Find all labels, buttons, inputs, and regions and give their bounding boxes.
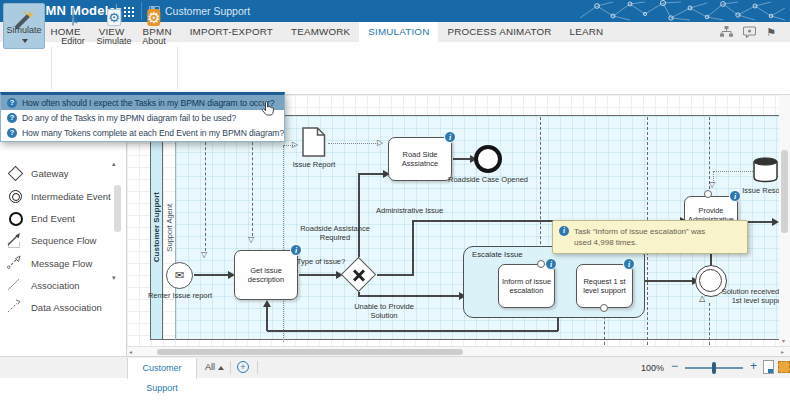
task-inform-of-issue-escalation[interactable]: Inform of issue escalation bbox=[498, 264, 555, 308]
open-arrow-down: ▽ bbox=[709, 181, 715, 189]
data-object-issue-report[interactable] bbox=[302, 127, 326, 157]
simulation-tooltip: i Task “Inform of issue escalation” was … bbox=[552, 220, 748, 254]
data-store-issue-resolution[interactable] bbox=[752, 156, 779, 183]
vertical-scrollbar-thumb[interactable] bbox=[781, 150, 788, 233]
question-icon: ? bbox=[7, 98, 17, 108]
envelope-icon: ✉ bbox=[175, 270, 184, 281]
menu-teamwork[interactable]: TEAMWORK bbox=[282, 22, 359, 42]
sequence-flow-line bbox=[377, 274, 413, 276]
chevron-up-icon bbox=[218, 366, 224, 370]
dropdown-item-fail-to-be-used[interactable]: ? Do any of the Tasks in my BPMN diagram… bbox=[1, 110, 284, 125]
palette-item-end-event[interactable]: End Event bbox=[0, 207, 110, 229]
tab-customer-support[interactable]: Customer Support bbox=[127, 358, 197, 379]
scroll-left-arrow[interactable]: ◂ bbox=[129, 349, 132, 355]
about-button[interactable]: ⚙ About bbox=[136, 3, 172, 49]
zoom-out-button[interactable]: − bbox=[671, 359, 678, 373]
sequence-flow-icon bbox=[7, 232, 24, 248]
fit-page-icon[interactable] bbox=[763, 360, 774, 374]
editor-button[interactable]: ✎ Editor bbox=[55, 3, 91, 49]
info-badge[interactable]: i bbox=[623, 258, 635, 270]
menu-simulation[interactable]: SIMULATION bbox=[359, 22, 438, 42]
dropdown-item-tokens-complete[interactable]: ? How many Tokens complete at each End E… bbox=[1, 126, 284, 141]
gateway-label: Type of issue? bbox=[296, 257, 346, 266]
open-arrow-right: ▷ bbox=[292, 141, 298, 149]
sequence-flow-line bbox=[453, 158, 470, 160]
association-icon bbox=[7, 277, 24, 293]
dropdown-item-how-often[interactable]: ? How often should I expect the Tasks in… bbox=[1, 95, 284, 110]
menu-process-animator[interactable]: PROCESS ANIMATOR bbox=[438, 22, 560, 42]
about-label: About bbox=[136, 36, 172, 46]
palette-scrollbar-thumb[interactable] bbox=[114, 185, 121, 232]
editor-label: Editor bbox=[55, 36, 91, 46]
fit-selection-icon[interactable] bbox=[778, 361, 790, 373]
network-decoration bbox=[575, 0, 790, 22]
arrowhead bbox=[772, 218, 779, 226]
sequence-flow-line bbox=[194, 274, 228, 276]
start-event-renter-issue[interactable]: ✉ bbox=[166, 262, 193, 289]
ribbon bbox=[0, 42, 790, 95]
task-get-issue-description[interactable]: Get issue description bbox=[234, 250, 298, 300]
palette-item-gateway[interactable]: Gateway bbox=[0, 162, 110, 184]
end-event-roadside-case[interactable] bbox=[474, 145, 502, 173]
open-arrow-right: ▷ bbox=[377, 139, 383, 147]
menu-import-export[interactable]: IMPORT-EXPORT bbox=[181, 22, 282, 42]
horizontal-scrollbar-thumb[interactable] bbox=[157, 349, 463, 355]
editor-icon: ✎ bbox=[72, 8, 74, 26]
association-line bbox=[283, 146, 284, 342]
task-road-side-assistance[interactable]: Road Side Asssiatnce bbox=[388, 137, 452, 181]
feedback-icon[interactable] bbox=[743, 26, 756, 38]
lane-label: Support Agent bbox=[165, 204, 174, 252]
message-flow-line bbox=[709, 303, 710, 345]
arrowhead bbox=[263, 300, 271, 307]
statusbar: Customer Support All + 100% − + bbox=[0, 356, 790, 378]
info-badge[interactable]: i bbox=[290, 244, 302, 256]
ribbon-divider bbox=[177, 47, 178, 89]
data-association-icon bbox=[7, 299, 24, 315]
diagram-filter-dropdown[interactable]: All bbox=[205, 362, 224, 372]
zoom-in-button[interactable]: + bbox=[750, 359, 757, 373]
palette-scroll-up[interactable]: ▴ bbox=[112, 160, 116, 168]
connection-port bbox=[537, 260, 545, 268]
association-line bbox=[328, 143, 378, 144]
flow-label-administrative-issue: Administrative Issue bbox=[376, 206, 466, 215]
connection-port bbox=[704, 190, 712, 198]
question-icon: ? bbox=[7, 128, 17, 138]
palette-item-intermediate-event[interactable]: Intermediate Event bbox=[0, 185, 110, 207]
menu-learn[interactable]: LEARN bbox=[561, 22, 613, 42]
lane-support-agent[interactable]: Support Agent bbox=[163, 115, 176, 340]
sequence-flow-line bbox=[412, 221, 414, 276]
info-badge[interactable]: i bbox=[729, 190, 741, 202]
simulate-button[interactable]: ⚙ Simulate bbox=[94, 3, 134, 49]
palette-item-message-flow[interactable]: Message Flow bbox=[0, 252, 110, 274]
pool-header[interactable]: Customer Support bbox=[150, 115, 163, 340]
gateway-icon bbox=[7, 165, 24, 181]
palette-scroll-down[interactable]: ▾ bbox=[112, 274, 116, 282]
about-gear-icon: ⚙ bbox=[147, 8, 160, 28]
gear-icon: ⚙ bbox=[107, 8, 121, 27]
footer-divider bbox=[230, 361, 231, 374]
simulate-menu-label: Simulate bbox=[6, 25, 41, 35]
canvas-vertical-scrollbar[interactable]: ▾ bbox=[779, 95, 790, 346]
scroll-down-arrow[interactable]: ▾ bbox=[782, 338, 785, 344]
sequence-flow-line bbox=[358, 295, 459, 297]
add-diagram-button[interactable]: + bbox=[237, 361, 249, 373]
task-request-1st-level-support[interactable]: Request 1 st level support bbox=[576, 264, 633, 308]
scroll-right-arrow[interactable]: ▸ bbox=[781, 349, 784, 355]
zoom-slider-handle[interactable] bbox=[712, 362, 716, 374]
simulate-menu-button[interactable]: Simulate bbox=[3, 3, 45, 49]
palette-item-data-association[interactable]: Data Association bbox=[0, 296, 110, 318]
sequence-flow-line bbox=[358, 174, 360, 257]
message-flow-line bbox=[540, 117, 541, 259]
question-icon: ? bbox=[7, 113, 17, 123]
intermediate-event-icon bbox=[7, 188, 24, 204]
sitemap-icon[interactable] bbox=[720, 26, 733, 38]
sequence-flow-line bbox=[266, 306, 268, 331]
info-badge[interactable]: i bbox=[545, 258, 557, 270]
info-badge[interactable]: i bbox=[444, 131, 456, 143]
palette-item-sequence-flow[interactable]: Sequence Flow bbox=[0, 229, 110, 251]
palette-item-association[interactable]: Association bbox=[0, 274, 110, 296]
canvas-horizontal-scrollbar[interactable]: ◂ ▸ bbox=[127, 346, 790, 356]
flag-icon[interactable]: ⚑ bbox=[766, 27, 776, 38]
zoom-level: 100% bbox=[641, 363, 664, 373]
menubar-icons: ⚑ bbox=[720, 22, 776, 42]
